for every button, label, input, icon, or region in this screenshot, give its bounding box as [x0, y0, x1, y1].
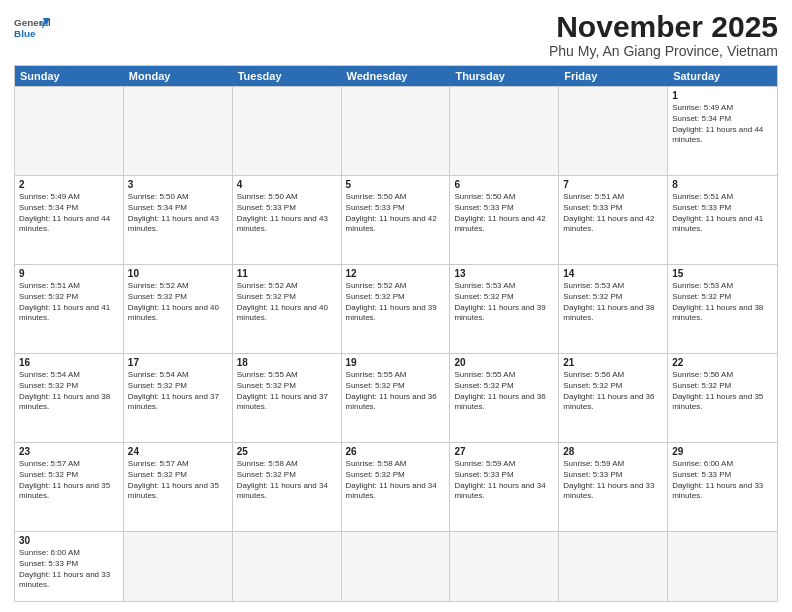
day-number: 9 [19, 268, 119, 279]
calendar-cell: 11Sunrise: 5:52 AM Sunset: 5:32 PM Dayli… [233, 265, 342, 353]
calendar-cell [342, 532, 451, 601]
calendar-week-6: 30Sunrise: 6:00 AM Sunset: 5:33 PM Dayli… [15, 531, 777, 601]
cell-info: Sunrise: 6:00 AM Sunset: 5:33 PM Dayligh… [672, 459, 773, 502]
cell-info: Sunrise: 5:51 AM Sunset: 5:32 PM Dayligh… [19, 281, 119, 324]
cell-info: Sunrise: 5:53 AM Sunset: 5:32 PM Dayligh… [672, 281, 773, 324]
day-number: 10 [128, 268, 228, 279]
calendar-cell: 15Sunrise: 5:53 AM Sunset: 5:32 PM Dayli… [668, 265, 777, 353]
cell-info: Sunrise: 5:50 AM Sunset: 5:33 PM Dayligh… [454, 192, 554, 235]
day-number: 21 [563, 357, 663, 368]
cell-info: Sunrise: 5:59 AM Sunset: 5:33 PM Dayligh… [454, 459, 554, 502]
day-number: 28 [563, 446, 663, 457]
calendar-cell: 16Sunrise: 5:54 AM Sunset: 5:32 PM Dayli… [15, 354, 124, 442]
month-title: November 2025 [549, 10, 778, 43]
calendar-cell [559, 87, 668, 175]
calendar-cell: 22Sunrise: 5:56 AM Sunset: 5:32 PM Dayli… [668, 354, 777, 442]
day-header-wednesday: Wednesday [342, 66, 451, 86]
calendar-cell [559, 532, 668, 601]
cell-info: Sunrise: 5:59 AM Sunset: 5:33 PM Dayligh… [563, 459, 663, 502]
day-header-thursday: Thursday [450, 66, 559, 86]
cell-info: Sunrise: 5:56 AM Sunset: 5:32 PM Dayligh… [672, 370, 773, 413]
day-number: 26 [346, 446, 446, 457]
calendar-cell: 5Sunrise: 5:50 AM Sunset: 5:33 PM Daylig… [342, 176, 451, 264]
cell-info: Sunrise: 5:49 AM Sunset: 5:34 PM Dayligh… [19, 192, 119, 235]
day-number: 30 [19, 535, 119, 546]
calendar-cell: 21Sunrise: 5:56 AM Sunset: 5:32 PM Dayli… [559, 354, 668, 442]
calendar-header: SundayMondayTuesdayWednesdayThursdayFrid… [15, 66, 777, 86]
calendar-cell [233, 532, 342, 601]
day-number: 24 [128, 446, 228, 457]
cell-info: Sunrise: 5:49 AM Sunset: 5:34 PM Dayligh… [672, 103, 773, 146]
location-subtitle: Phu My, An Giang Province, Vietnam [549, 43, 778, 59]
calendar-cell: 2Sunrise: 5:49 AM Sunset: 5:34 PM Daylig… [15, 176, 124, 264]
cell-info: Sunrise: 5:56 AM Sunset: 5:32 PM Dayligh… [563, 370, 663, 413]
day-number: 5 [346, 179, 446, 190]
calendar-cell [233, 87, 342, 175]
calendar-cell: 20Sunrise: 5:55 AM Sunset: 5:32 PM Dayli… [450, 354, 559, 442]
logo-icon: General Blue [14, 14, 50, 42]
calendar-cell: 17Sunrise: 5:54 AM Sunset: 5:32 PM Dayli… [124, 354, 233, 442]
day-number: 11 [237, 268, 337, 279]
day-number: 2 [19, 179, 119, 190]
day-header-sunday: Sunday [15, 66, 124, 86]
day-header-tuesday: Tuesday [233, 66, 342, 86]
calendar-cell: 10Sunrise: 5:52 AM Sunset: 5:32 PM Dayli… [124, 265, 233, 353]
cell-info: Sunrise: 5:55 AM Sunset: 5:32 PM Dayligh… [237, 370, 337, 413]
day-number: 20 [454, 357, 554, 368]
day-number: 17 [128, 357, 228, 368]
day-header-saturday: Saturday [668, 66, 777, 86]
day-number: 19 [346, 357, 446, 368]
day-number: 13 [454, 268, 554, 279]
day-number: 14 [563, 268, 663, 279]
calendar-cell [124, 87, 233, 175]
cell-info: Sunrise: 5:50 AM Sunset: 5:34 PM Dayligh… [128, 192, 228, 235]
day-number: 8 [672, 179, 773, 190]
calendar-cell: 8Sunrise: 5:51 AM Sunset: 5:33 PM Daylig… [668, 176, 777, 264]
svg-text:Blue: Blue [14, 28, 36, 39]
cell-info: Sunrise: 5:52 AM Sunset: 5:32 PM Dayligh… [128, 281, 228, 324]
calendar-cell [15, 87, 124, 175]
day-number: 6 [454, 179, 554, 190]
logo: General Blue [14, 14, 50, 42]
calendar-cell: 3Sunrise: 5:50 AM Sunset: 5:34 PM Daylig… [124, 176, 233, 264]
cell-info: Sunrise: 5:52 AM Sunset: 5:32 PM Dayligh… [237, 281, 337, 324]
calendar-cell [450, 87, 559, 175]
cell-info: Sunrise: 5:54 AM Sunset: 5:32 PM Dayligh… [19, 370, 119, 413]
day-number: 3 [128, 179, 228, 190]
calendar-cell: 12Sunrise: 5:52 AM Sunset: 5:32 PM Dayli… [342, 265, 451, 353]
calendar-cell [342, 87, 451, 175]
day-header-monday: Monday [124, 66, 233, 86]
calendar-cell: 24Sunrise: 5:57 AM Sunset: 5:32 PM Dayli… [124, 443, 233, 531]
calendar-body: 1Sunrise: 5:49 AM Sunset: 5:34 PM Daylig… [15, 86, 777, 601]
calendar-cell: 7Sunrise: 5:51 AM Sunset: 5:33 PM Daylig… [559, 176, 668, 264]
day-number: 4 [237, 179, 337, 190]
calendar-cell: 26Sunrise: 5:58 AM Sunset: 5:32 PM Dayli… [342, 443, 451, 531]
calendar-cell: 4Sunrise: 5:50 AM Sunset: 5:33 PM Daylig… [233, 176, 342, 264]
calendar-cell: 18Sunrise: 5:55 AM Sunset: 5:32 PM Dayli… [233, 354, 342, 442]
day-number: 29 [672, 446, 773, 457]
cell-info: Sunrise: 6:00 AM Sunset: 5:33 PM Dayligh… [19, 548, 119, 591]
calendar-cell: 9Sunrise: 5:51 AM Sunset: 5:32 PM Daylig… [15, 265, 124, 353]
cell-info: Sunrise: 5:50 AM Sunset: 5:33 PM Dayligh… [237, 192, 337, 235]
day-number: 12 [346, 268, 446, 279]
calendar-cell: 28Sunrise: 5:59 AM Sunset: 5:33 PM Dayli… [559, 443, 668, 531]
cell-info: Sunrise: 5:57 AM Sunset: 5:32 PM Dayligh… [19, 459, 119, 502]
day-number: 27 [454, 446, 554, 457]
calendar-cell [668, 532, 777, 601]
calendar-cell: 25Sunrise: 5:58 AM Sunset: 5:32 PM Dayli… [233, 443, 342, 531]
cell-info: Sunrise: 5:58 AM Sunset: 5:32 PM Dayligh… [237, 459, 337, 502]
calendar-cell: 27Sunrise: 5:59 AM Sunset: 5:33 PM Dayli… [450, 443, 559, 531]
cell-info: Sunrise: 5:51 AM Sunset: 5:33 PM Dayligh… [672, 192, 773, 235]
cell-info: Sunrise: 5:53 AM Sunset: 5:32 PM Dayligh… [563, 281, 663, 324]
day-number: 7 [563, 179, 663, 190]
calendar-cell: 1Sunrise: 5:49 AM Sunset: 5:34 PM Daylig… [668, 87, 777, 175]
calendar-cell: 14Sunrise: 5:53 AM Sunset: 5:32 PM Dayli… [559, 265, 668, 353]
calendar-cell [450, 532, 559, 601]
cell-info: Sunrise: 5:50 AM Sunset: 5:33 PM Dayligh… [346, 192, 446, 235]
calendar-cell: 6Sunrise: 5:50 AM Sunset: 5:33 PM Daylig… [450, 176, 559, 264]
day-number: 16 [19, 357, 119, 368]
calendar-cell: 30Sunrise: 6:00 AM Sunset: 5:33 PM Dayli… [15, 532, 124, 601]
header: General Blue November 2025 Phu My, An Gi… [14, 10, 778, 59]
day-number: 22 [672, 357, 773, 368]
calendar-cell: 29Sunrise: 6:00 AM Sunset: 5:33 PM Dayli… [668, 443, 777, 531]
